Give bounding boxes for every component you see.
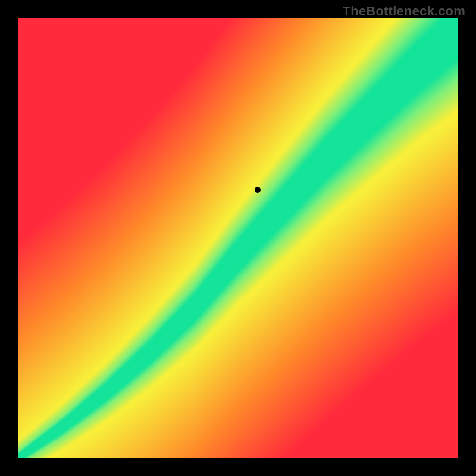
heatmap-canvas: [18, 18, 458, 458]
crosshair-vertical: [258, 18, 258, 458]
marker-dot: [255, 187, 261, 193]
heatmap-plot: [18, 18, 458, 458]
chart-container: TheBottleneck.com: [0, 0, 476, 476]
watermark-text: TheBottleneck.com: [343, 4, 465, 19]
crosshair-horizontal: [18, 190, 458, 190]
